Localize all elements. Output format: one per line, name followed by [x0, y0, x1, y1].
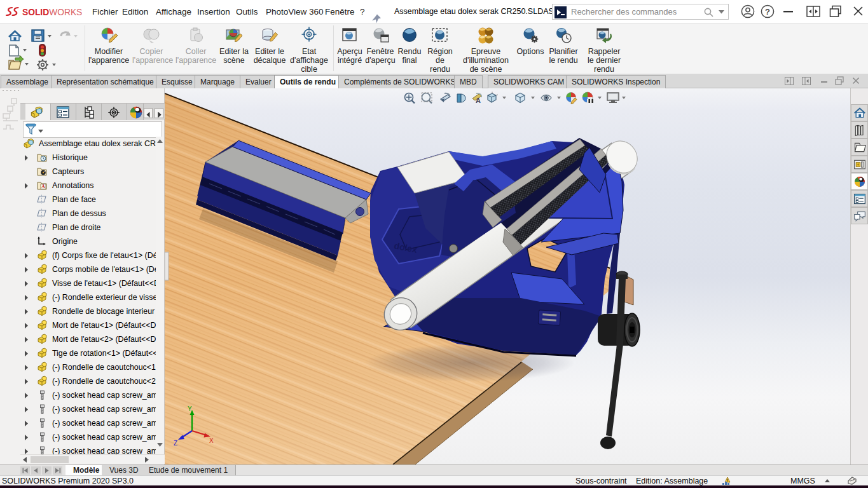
svg-text:X: X	[209, 437, 214, 444]
svg-text:!: !	[727, 478, 728, 483]
svg-text:SOLIDWORKS: SOLIDWORKS	[22, 8, 82, 17]
svg-text:Z: Z	[174, 440, 177, 447]
svg-text:A: A	[41, 184, 45, 189]
svg-text:A: A	[476, 97, 481, 104]
svg-text:?: ?	[765, 7, 770, 17]
svg-text:Y: Y	[188, 405, 192, 412]
